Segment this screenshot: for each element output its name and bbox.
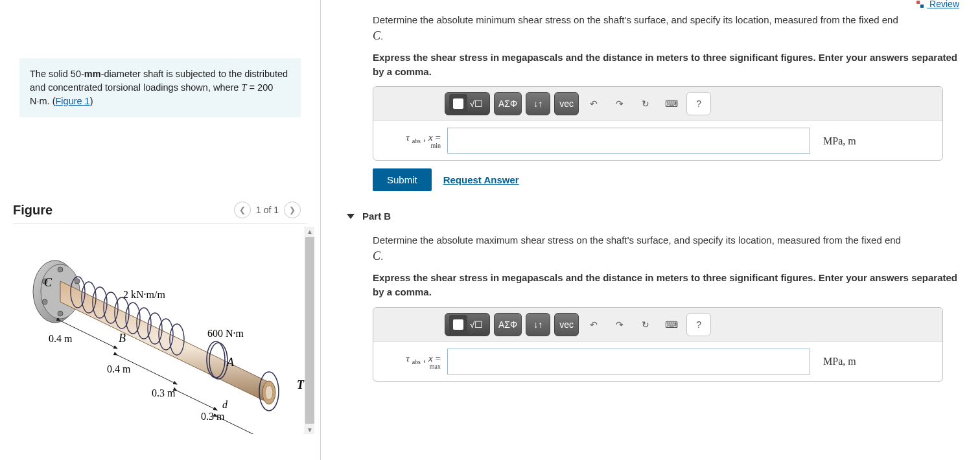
vector-button[interactable]: vec [554, 92, 579, 115]
fig-label-C: C [44, 276, 52, 289]
pager-next-button[interactable]: ❯ [284, 201, 301, 218]
fig-label-B: B [119, 332, 126, 345]
review-icon [916, 1, 924, 8]
part-a-question-var: C [373, 29, 380, 42]
x-symbol-b: x [428, 353, 433, 363]
part-a-unit: MPa, m [823, 133, 856, 148]
undo-button[interactable]: ↶ [583, 92, 605, 115]
figure-image: C 2 kN·m/m 600 N·m B A T d 0.4 m 0.4 m 0… [13, 227, 305, 434]
undo-icon: ↶ [590, 97, 598, 110]
svg-line-25 [177, 391, 217, 410]
problem-statement: The solid 50-mm-diameter shaft is subjec… [19, 58, 301, 117]
part-a: Determine the absolute minimum shear str… [321, 0, 961, 191]
keyboard-icon-b: ⌨ [665, 318, 678, 331]
reset-icon-b: ↻ [642, 318, 649, 331]
fig-label-distload: 2 kN·m/m [123, 289, 165, 300]
reset-button-b[interactable]: ↻ [635, 313, 657, 336]
scroll-down-icon[interactable]: ▼ [305, 425, 314, 434]
figure-link[interactable]: Figure 1 [55, 96, 89, 106]
statement-suffix: . ( [47, 96, 56, 106]
svg-point-9 [265, 385, 273, 400]
left-pane: The solid 50-mm-diameter shaft is subjec… [0, 0, 321, 460]
review-link[interactable]: Review [916, 0, 959, 9]
subscript-button-b[interactable]: ↓↑ [526, 313, 550, 336]
figure-viewport: C 2 kN·m/m 600 N·m B A T d 0.4 m 0.4 m 0… [13, 227, 307, 434]
pager-prev-button[interactable]: ❮ [234, 201, 251, 218]
svg-point-2 [58, 267, 63, 272]
keyboard-button-b[interactable]: ⌨ [660, 313, 682, 336]
statement-var: T [241, 82, 246, 93]
undo-button-b[interactable]: ↶ [583, 313, 605, 336]
part-a-question: Determine the absolute minimum shear str… [373, 13, 961, 44]
greek-button[interactable]: ΑΣΦ [494, 92, 522, 115]
scroll-thumb[interactable] [305, 237, 314, 424]
reset-icon: ↻ [642, 97, 649, 110]
statement-unit: mm [84, 69, 101, 79]
root-icon: √☐ [467, 94, 486, 113]
figure-pager: ❮ 1 of 1 ❯ [234, 201, 301, 218]
part-a-variable: τ abs , x = min [382, 132, 441, 149]
part-b-question-text: Determine the absolute maximum shear str… [373, 235, 901, 246]
fig-label-conctorque: 600 N·m [207, 328, 244, 339]
templates-button[interactable]: √☐ [445, 92, 490, 115]
redo-icon: ↷ [616, 97, 624, 110]
part-a-toolbar: √☐ ΑΣΦ ↓↑ vec ↶ ↷ ↻ ⌨ ? [373, 87, 942, 121]
figure-scrollbar[interactable]: ▲ ▼ [305, 227, 314, 434]
part-b-question-end: . [380, 251, 383, 262]
redo-icon-b: ↷ [616, 318, 624, 331]
keyboard-button[interactable]: ⌨ [660, 92, 682, 115]
help-button-b[interactable]: ? [686, 313, 711, 336]
part-b-answer-input[interactable] [447, 349, 810, 374]
part-b-toolbar: √☐ ΑΣΦ ↓↑ vec ↶ ↷ ↻ ⌨ ? [373, 308, 942, 342]
part-b-question: Determine the absolute maximum shear str… [373, 233, 961, 264]
part-b-answer-box: √☐ ΑΣΦ ↓↑ vec ↶ ↷ ↻ ⌨ ? τ abs , [373, 307, 943, 382]
collapse-icon [347, 214, 355, 219]
greek-button-b[interactable]: ΑΣΦ [494, 313, 522, 336]
request-answer-link[interactable]: Request Answer [443, 173, 519, 187]
reset-button[interactable]: ↻ [635, 92, 657, 115]
part-b-unit: MPa, m [823, 354, 856, 369]
help-button[interactable]: ? [686, 92, 711, 115]
tau-symbol-b: τ [406, 353, 410, 363]
right-pane: Review Determine the absolute minimum sh… [321, 0, 980, 460]
undo-icon-b: ↶ [590, 318, 598, 331]
scroll-up-icon[interactable]: ▲ [305, 227, 314, 236]
redo-button[interactable]: ↷ [609, 92, 631, 115]
svg-line-26 [217, 417, 269, 434]
part-b-question-var: C [373, 249, 380, 262]
tau-symbol: τ [406, 132, 410, 143]
svg-point-3 [75, 279, 80, 284]
part-a-buttons: Submit Request Answer [373, 168, 961, 191]
fig-label-A: A [226, 356, 235, 369]
part-b-instruction: Express the shear stress in megapascals … [373, 271, 961, 299]
fig-label-len3: 0.3 m [152, 387, 176, 398]
figure-title: Figure [13, 203, 52, 218]
review-label: Review [929, 0, 959, 9]
app-layout: The solid 50-mm-diameter shaft is subjec… [0, 0, 980, 460]
figure-header: Figure ❮ 1 of 1 ❯ [13, 201, 301, 218]
submit-button[interactable]: Submit [373, 168, 432, 191]
figure-svg: C 2 kN·m/m 600 N·m B A T d 0.4 m 0.4 m 0… [13, 227, 305, 434]
statement-close: ) [90, 96, 93, 106]
part-b: Determine the absolute maximum shear str… [321, 227, 961, 381]
part-a-answer-input[interactable] [447, 128, 810, 154]
statement-text-1: The solid 50- [30, 69, 84, 79]
svg-point-5 [58, 311, 63, 316]
part-a-question-end: . [380, 30, 383, 41]
x-symbol: x [428, 132, 433, 143]
templates-button-b[interactable]: √☐ [445, 313, 490, 336]
redo-button-b[interactable]: ↷ [609, 313, 631, 336]
part-a-answer-row: τ abs , x = min MPa, m [373, 121, 942, 160]
tau-sub-abs: abs [412, 137, 421, 144]
vector-button-b[interactable]: vec [554, 313, 579, 336]
root-icon-b: √☐ [467, 315, 486, 334]
eq-symbol: = [436, 132, 441, 143]
part-b-header[interactable]: Part B [321, 195, 961, 227]
pager-text: 1 of 1 [256, 205, 279, 215]
fig-label-T: T [297, 378, 305, 391]
fig-label-d: d [222, 399, 228, 410]
svg-point-6 [42, 299, 47, 305]
tau-sub-abs-b: abs [412, 358, 421, 365]
subscript-button[interactable]: ↓↑ [526, 92, 550, 115]
keyboard-icon: ⌨ [665, 97, 678, 110]
